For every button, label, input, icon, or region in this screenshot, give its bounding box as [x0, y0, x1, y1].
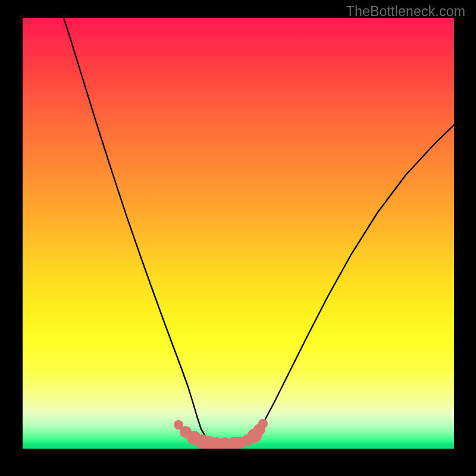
marker-dots-group — [174, 419, 268, 449]
curve-layer — [23, 18, 454, 449]
plot-area — [23, 18, 454, 449]
chart-frame: TheBottleneck.com — [0, 0, 476, 476]
main-curve-path — [64, 18, 454, 447]
watermark-text: TheBottleneck.com — [346, 4, 465, 20]
marker-dot — [258, 419, 268, 428]
